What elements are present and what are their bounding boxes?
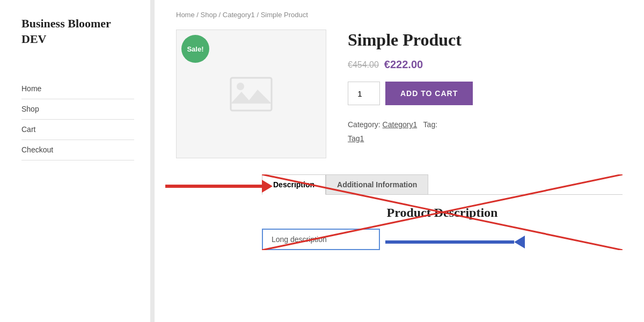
svg-marker-1 [231,90,272,104]
sidebar: Business Bloomer DEV Home Shop Cart Chec… [0,0,150,322]
product-meta: Category: Category1 Tag: Tag1 [348,118,623,145]
price-original: €454.00 [348,60,379,70]
red-arrow-line [165,185,262,188]
breadcrumb-category[interactable]: Category1 [223,11,255,19]
site-logo: Business Bloomer DEV [21,16,134,47]
product-price: €454.00 €222.00 [348,58,623,71]
tab-content-title: Product Description [262,206,623,220]
tabs-header: Description Additional Information [262,174,623,195]
sidebar-item-cart[interactable]: Cart [21,120,134,140]
desc-and-arrow-row: Long description [262,229,623,250]
breadcrumb-home[interactable]: Home [176,11,195,19]
red-arrow [165,180,273,193]
breadcrumb: Home / Shop / Category1 / Simple Product [176,11,623,19]
tag-link[interactable]: Tag1 [348,134,364,143]
category-label: Category: [348,120,380,129]
quantity-input[interactable] [348,82,380,105]
sidebar-item-shop[interactable]: Shop [21,99,134,120]
price-sale: €222.00 [384,58,423,71]
breadcrumb-shop[interactable]: Shop [201,11,217,19]
add-to-cart-row: ADD TO CART [348,82,623,105]
tabs-section: Description Additional Information Produ… [176,174,623,250]
tab-content: Product Description Long description [262,206,623,250]
long-description-box: Long description [262,229,380,250]
tag-label: Tag: [423,120,437,129]
sidebar-link-home[interactable]: Home [21,84,41,93]
product-section: Sale! Simple Product €454.00 €222.00 [176,30,623,158]
breadcrumb-current: Simple Product [261,11,308,19]
svg-point-2 [237,83,244,90]
sale-badge: Sale! [181,35,209,63]
sidebar-link-cart[interactable]: Cart [21,125,35,134]
tab-description[interactable]: Description [262,174,326,195]
tab-additional-info[interactable]: Additional Information [326,174,428,194]
product-image-placeholder-icon [230,77,273,112]
main-content: Home / Shop / Category1 / Simple Product… [155,0,644,322]
sidebar-link-checkout[interactable]: Checkout [21,145,53,154]
sidebar-item-home[interactable]: Home [21,79,134,99]
svg-rect-0 [231,78,272,111]
blue-arrow-head [514,236,525,248]
product-info: Simple Product €454.00 €222.00 ADD TO CA… [348,30,623,158]
sidebar-divider [150,0,155,322]
product-title: Simple Product [348,30,623,50]
blue-arrow-line [385,240,514,244]
product-image-wrap: Sale! [176,30,326,158]
add-to-cart-button[interactable]: ADD TO CART [385,82,473,105]
sidebar-item-checkout[interactable]: Checkout [21,140,134,160]
category-link[interactable]: Category1 [383,120,418,129]
sidebar-nav: Home Shop Cart Checkout [21,79,134,160]
blue-arrow [385,236,525,248]
sidebar-link-shop[interactable]: Shop [21,105,39,113]
